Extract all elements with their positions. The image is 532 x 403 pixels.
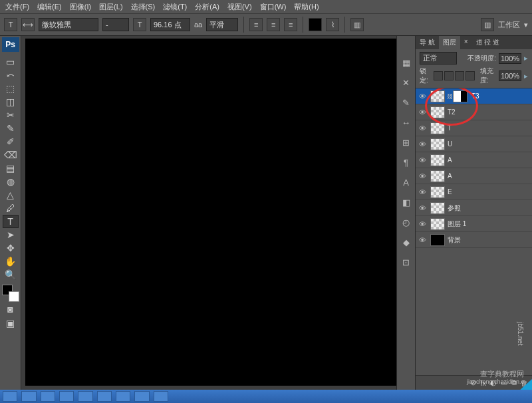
menu-item[interactable]: 文件(F) <box>3 1 32 13</box>
char-panel[interactable]: ▥ <box>350 18 364 31</box>
menu-item[interactable]: 选择(S) <box>128 1 158 13</box>
dock-icon[interactable]: ⊡ <box>400 255 413 269</box>
text-orientation[interactable]: ⟷ <box>21 18 35 31</box>
layer-name[interactable]: T3 <box>470 92 479 100</box>
layer-name[interactable]: A <box>446 156 452 164</box>
layer-thumb[interactable] <box>430 106 445 118</box>
dock-icon[interactable]: ↔ <box>400 116 413 129</box>
visibility-icon[interactable]: 👁 <box>416 172 429 180</box>
blend-mode[interactable]: 正常 <box>420 52 457 65</box>
layer-row[interactable]: 👁A <box>416 168 532 184</box>
opacity-value[interactable]: 100% <box>499 53 521 64</box>
document[interactable]: tusea <box>25 39 396 386</box>
layer-name[interactable]: E <box>446 188 452 196</box>
menu-item[interactable]: 图像(I) <box>67 1 94 13</box>
visibility-icon[interactable]: 👁 <box>416 92 429 100</box>
tool[interactable]: ⤺ <box>3 68 19 82</box>
layer-thumb[interactable] <box>430 138 445 150</box>
visibility-icon[interactable]: 👁 <box>416 236 429 244</box>
font-style[interactable]: - <box>102 18 129 31</box>
panel-tab[interactable]: 导 航 <box>416 36 439 49</box>
visibility-icon[interactable]: 👁 <box>416 156 429 164</box>
panel-tab[interactable]: × <box>460 36 472 49</box>
tool[interactable]: ⌫ <box>3 148 19 162</box>
opacity-arrow[interactable]: ▸ <box>524 54 528 63</box>
tool[interactable]: ✋ <box>3 255 19 268</box>
tool[interactable]: ◫ <box>3 95 19 108</box>
menu-item[interactable]: 分析(A) <box>192 1 222 13</box>
taskbar-item[interactable] <box>21 391 36 402</box>
visibility-icon[interactable]: 👁 <box>416 220 429 228</box>
layer-thumb[interactable] <box>430 202 445 214</box>
dock-icon[interactable]: ¶ <box>400 156 413 169</box>
tool[interactable]: T <box>3 215 19 228</box>
tool[interactable]: ✐ <box>3 135 19 148</box>
taskbar-item[interactable] <box>97 391 112 402</box>
layer-name[interactable]: A <box>446 172 452 180</box>
panel-tab[interactable]: 图层 <box>439 36 460 49</box>
taskbar-item[interactable] <box>78 391 92 402</box>
layer-name[interactable]: 参照 <box>446 203 461 213</box>
layer-thumb[interactable] <box>430 234 445 246</box>
taskbar-item[interactable] <box>41 391 55 402</box>
layer-thumb[interactable] <box>430 186 445 198</box>
layer-row[interactable]: 👁⛓T3 <box>416 88 532 104</box>
menu-item[interactable]: 图层(L) <box>96 1 125 13</box>
color-swatch[interactable] <box>2 285 19 302</box>
visibility-icon[interactable]: 👁 <box>416 204 429 212</box>
layer-name[interactable]: T2 <box>446 108 456 116</box>
layer-row[interactable]: 👁T <box>416 120 532 136</box>
taskbar-item[interactable] <box>134 391 149 402</box>
visibility-icon[interactable]: 👁 <box>416 140 429 148</box>
layer-name[interactable]: T <box>446 124 452 132</box>
visibility-icon[interactable]: 👁 <box>416 108 429 116</box>
align-left[interactable]: ≡ <box>249 18 263 31</box>
lock-buttons[interactable] <box>434 71 475 80</box>
visibility-icon[interactable]: 👁 <box>416 188 429 196</box>
text-color[interactable] <box>309 18 322 31</box>
anti-alias[interactable]: 平滑 <box>206 18 238 31</box>
taskbar-item[interactable] <box>154 391 168 402</box>
tool[interactable]: ✎ <box>3 122 19 135</box>
taskbar-item[interactable] <box>59 391 74 402</box>
dock-icon[interactable]: ◴ <box>400 215 413 229</box>
layer-row[interactable]: 👁参照 <box>416 200 532 216</box>
dock-icon[interactable]: ⊞ <box>400 136 413 149</box>
font-size[interactable]: 96.16 点 <box>150 18 190 31</box>
dock-icon[interactable]: ◧ <box>400 196 413 209</box>
dock-icon[interactable]: ▦ <box>400 56 413 69</box>
layer-thumb[interactable] <box>430 122 445 134</box>
font-family[interactable]: 微软雅黑 <box>39 18 98 31</box>
layer-mask[interactable] <box>453 90 467 102</box>
tool[interactable]: ✥ <box>3 241 19 255</box>
fill-arrow[interactable]: ▸ <box>524 72 528 80</box>
layer-thumb[interactable] <box>430 170 445 182</box>
dock-icon[interactable]: A <box>400 176 413 189</box>
workspace-arrow[interactable]: ▾ <box>524 21 528 29</box>
menu-item[interactable]: 帮助(H) <box>291 1 321 13</box>
menu-item[interactable]: 滤镜(T) <box>160 1 190 13</box>
layer-row[interactable]: 👁T2 <box>416 104 532 120</box>
layer-name[interactable]: 图层 1 <box>446 219 466 229</box>
layer-row[interactable]: 👁图层 1 <box>416 216 532 232</box>
menu-item[interactable]: 视图(V) <box>225 1 255 13</box>
dock-icon[interactable]: ◆ <box>400 235 413 249</box>
taskbar-item[interactable] <box>116 391 130 402</box>
layer-row[interactable]: 👁E <box>416 184 532 200</box>
taskbar-item[interactable] <box>3 391 17 402</box>
tool[interactable]: 🖊 <box>3 202 19 215</box>
layer-thumb[interactable] <box>430 90 445 102</box>
tool[interactable]: 🔍 <box>3 268 19 281</box>
align-center[interactable]: ≡ <box>267 18 280 31</box>
tool[interactable]: ✂ <box>3 108 19 122</box>
panel-tab[interactable]: 道 径 道 <box>472 36 504 49</box>
layer-thumb[interactable] <box>430 218 445 230</box>
quickmask[interactable]: ◙ <box>3 303 19 316</box>
tool[interactable]: ▭ <box>3 55 19 68</box>
workspace-label[interactable]: 工作区 <box>498 20 520 30</box>
align-right[interactable]: ≡ <box>284 18 297 31</box>
layer-row[interactable]: 👁A <box>416 152 532 168</box>
layer-name[interactable]: U <box>446 140 452 148</box>
visibility-icon[interactable]: 👁 <box>416 124 429 132</box>
tool[interactable]: ◍ <box>3 175 19 188</box>
